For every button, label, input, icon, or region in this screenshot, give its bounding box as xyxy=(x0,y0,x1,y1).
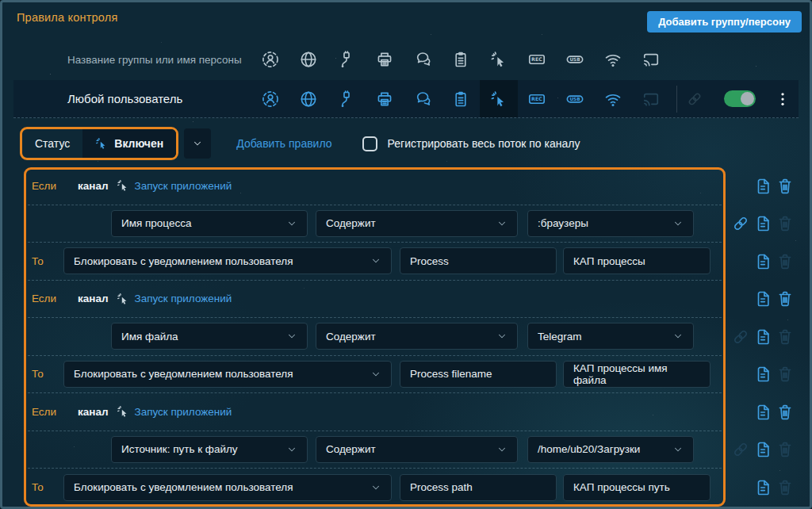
status-label: Статус xyxy=(22,137,82,150)
screen-cast-icon xyxy=(642,90,660,108)
action-param2-field[interactable]: КАП процессы имя файла xyxy=(563,361,710,388)
rule-condition-row: Имя файла Содержит Telegram xyxy=(24,318,810,356)
screen-record-icon-column: REC xyxy=(518,45,556,74)
link-icon[interactable] xyxy=(732,328,749,346)
action-select[interactable]: Блокировать с уведомлением пользователя xyxy=(63,474,392,501)
channel-link[interactable]: Запуск приложений xyxy=(135,180,232,192)
trash-icon[interactable] xyxy=(776,365,794,383)
rule-if-row: Если канал Запуск приложений xyxy=(24,393,810,431)
copy-icon[interactable] xyxy=(754,365,772,383)
header-channel-icons: RECUSB xyxy=(251,45,670,74)
user-name: Любой пользователь xyxy=(13,92,251,105)
app-launch-icon xyxy=(490,90,508,108)
add-rule-link[interactable]: Добавить правило xyxy=(236,137,331,150)
add-group-person-button[interactable]: Добавить группу/персону xyxy=(647,11,802,33)
screen-cast-icon-cell[interactable] xyxy=(632,80,670,117)
usb-drive-icon-cell[interactable]: USB xyxy=(556,80,594,117)
app-launch-icon-cell[interactable] xyxy=(480,80,518,117)
action-select[interactable]: Блокировать с уведомлением пользователя xyxy=(63,247,392,274)
action-select[interactable]: Блокировать с уведомлением пользователя xyxy=(63,361,392,388)
chat-icon-cell[interactable] xyxy=(404,80,442,117)
copy-icon[interactable] xyxy=(754,290,772,308)
chevron-down-icon xyxy=(286,444,297,455)
printer-icon xyxy=(376,51,393,68)
link-cell[interactable] xyxy=(677,91,712,107)
action-param1-field[interactable]: Process filename xyxy=(400,361,557,388)
usb-cable-icon-cell[interactable] xyxy=(327,80,366,117)
trash-icon[interactable] xyxy=(776,404,794,421)
status-selector[interactable]: Статус Включен xyxy=(20,127,178,160)
printer-icon-cell[interactable] xyxy=(366,80,404,117)
user-channel-icons: RECUSB xyxy=(251,80,670,117)
page-title: Правила контроля xyxy=(17,11,117,24)
copy-icon[interactable] xyxy=(754,441,772,458)
condition-value-select[interactable]: /home/ub20/Загрузки xyxy=(527,436,694,463)
trash-icon[interactable] xyxy=(776,253,794,270)
trash-icon[interactable] xyxy=(776,215,794,232)
register-stream-checkbox[interactable] xyxy=(362,136,377,151)
condition-operator-select[interactable]: Содержит xyxy=(316,323,518,350)
trash-icon[interactable] xyxy=(776,290,794,308)
copy-icon[interactable] xyxy=(754,215,772,232)
condition-field-select[interactable]: Источник: путь к файлу xyxy=(111,436,308,463)
channel-link[interactable]: Запуск приложений xyxy=(135,293,232,304)
action-param1-field[interactable]: Process path xyxy=(400,474,557,501)
chevron-down-icon xyxy=(370,255,381,266)
channel-label: канал xyxy=(78,180,109,192)
background-stars xyxy=(2,2,3,3)
copy-icon[interactable] xyxy=(754,253,772,270)
copy-icon[interactable] xyxy=(754,479,772,496)
agent-icon-cell[interactable] xyxy=(251,80,289,117)
wifi-icon-cell[interactable] xyxy=(594,80,632,117)
chevron-down-icon xyxy=(286,331,297,342)
clipboard-icon-cell[interactable] xyxy=(442,80,480,117)
browser-icon-column xyxy=(289,45,327,74)
browser-icon-cell[interactable] xyxy=(289,80,327,117)
chat-icon xyxy=(414,51,431,68)
chevron-down-icon xyxy=(370,369,381,380)
condition-field-select[interactable]: Имя процесса xyxy=(111,210,308,237)
screen-record-icon: REC xyxy=(528,51,546,68)
register-stream-checkbox-group[interactable]: Регистрировать весь поток по каналу xyxy=(362,136,580,151)
trash-icon[interactable] xyxy=(776,328,794,346)
copy-icon[interactable] xyxy=(754,328,772,346)
copy-icon[interactable] xyxy=(754,178,772,195)
user-row[interactable]: Любой пользователь RECUSB xyxy=(13,80,799,118)
name-column-header: Название группы или имя персоны xyxy=(13,54,251,66)
chevron-down-icon xyxy=(370,482,381,493)
control-rules-page: Правила контроля Добавить группу/персону… xyxy=(0,0,812,509)
condition-value-select[interactable]: Telegram xyxy=(527,323,694,350)
action-param2-field[interactable]: КАП процессы путь xyxy=(563,474,710,501)
wifi-icon xyxy=(604,51,622,68)
chevron-down-icon xyxy=(286,218,297,229)
screen-record-icon-cell[interactable]: REC xyxy=(518,80,556,117)
condition-field-select[interactable]: Имя файла xyxy=(111,323,308,350)
status-dropdown-button[interactable] xyxy=(184,128,211,159)
usb-cable-icon xyxy=(338,90,355,108)
channel-link[interactable]: Запуск приложений xyxy=(135,406,232,418)
browser-icon xyxy=(300,90,317,108)
link-icon[interactable] xyxy=(732,215,749,232)
trash-icon[interactable] xyxy=(776,479,794,496)
svg-text:REC: REC xyxy=(531,96,542,101)
kebab-cell xyxy=(768,91,798,107)
action-param2-field[interactable]: КАП процессы xyxy=(563,247,710,274)
condition-operator-select[interactable]: Содержит xyxy=(316,210,518,237)
then-label: То xyxy=(32,481,56,493)
chevron-down-icon xyxy=(496,444,508,455)
kebab-menu-icon[interactable] xyxy=(775,91,791,107)
trash-icon[interactable] xyxy=(776,441,794,458)
printer-icon xyxy=(376,90,393,108)
user-enabled-toggle[interactable] xyxy=(724,90,756,107)
action-param1-field[interactable]: Process xyxy=(400,247,557,274)
copy-icon[interactable] xyxy=(754,404,772,421)
condition-operator-select[interactable]: Содержит xyxy=(316,436,518,463)
wifi-icon xyxy=(604,90,622,108)
channel-label: канал xyxy=(78,406,109,418)
table-header-row: Название группы или имя персоны RECUSB xyxy=(13,45,799,74)
rule-then-row: То Блокировать с уведомлением пользовате… xyxy=(24,356,810,394)
condition-value-select[interactable]: :браузеры xyxy=(527,210,694,237)
trash-icon[interactable] xyxy=(776,178,794,195)
link-icon[interactable] xyxy=(732,441,749,458)
status-bar: Статус Включен Добавить правило Регистри… xyxy=(20,126,799,161)
